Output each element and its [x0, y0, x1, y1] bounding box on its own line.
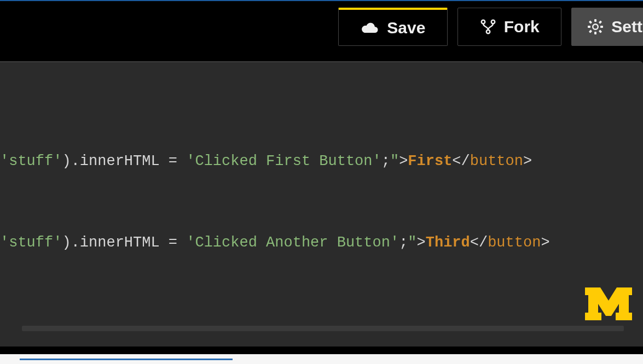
code-editor-panel: 'stuff').innerHTML = 'Clicked First Butt… [0, 61, 643, 347]
svg-rect-3 [594, 19, 596, 22]
fork-icon [480, 19, 496, 35]
svg-rect-7 [589, 20, 592, 24]
horizontal-scrollbar[interactable] [22, 326, 624, 331]
fork-label: Fork [504, 17, 540, 36]
svg-rect-9 [599, 20, 602, 24]
toolbar: Save Fork [0, 0, 643, 52]
svg-rect-6 [600, 26, 603, 28]
save-label: Save [387, 19, 425, 37]
settings-button[interactable]: Sett [571, 8, 643, 46]
window-bottom-strip [0, 352, 643, 364]
cloud-icon [361, 21, 379, 34]
svg-rect-5 [588, 26, 590, 28]
fork-button[interactable]: Fork [457, 8, 561, 46]
svg-point-0 [482, 20, 485, 24]
save-button[interactable]: Save [338, 8, 448, 46]
code-block: 'stuff').innerHTML = 'Clicked First Butt… [0, 111, 550, 315]
settings-label: Sett [611, 17, 642, 36]
code-line-2: 'stuff').innerHTML = 'Clicked Another Bu… [0, 233, 550, 253]
svg-rect-4 [594, 32, 596, 34]
code-line-1: 'stuff').innerHTML = 'Clicked First Butt… [0, 151, 550, 171]
gear-icon [587, 19, 604, 35]
svg-point-1 [491, 20, 495, 24]
svg-rect-10 [589, 30, 592, 33]
michigan-logo [585, 287, 632, 322]
svg-point-2 [486, 30, 490, 33]
code-editor[interactable]: 'stuff').innerHTML = 'Clicked First Butt… [0, 62, 643, 347]
svg-rect-8 [599, 30, 602, 33]
app-frame: Save Fork [0, 0, 643, 364]
